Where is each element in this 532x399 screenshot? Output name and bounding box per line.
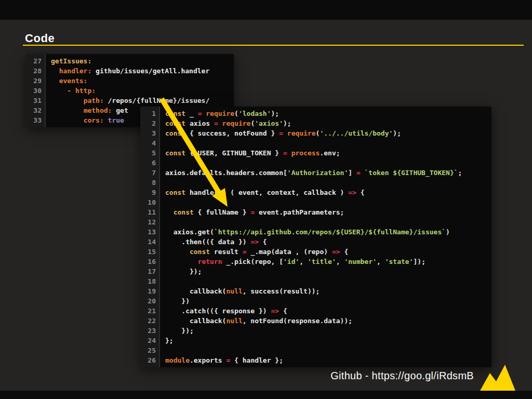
line-number: 24 xyxy=(140,336,160,345)
code-line: 7axios.defaults.headers.common['Authoriz… xyxy=(140,168,491,178)
code-text: }; xyxy=(160,336,174,345)
code-text: path: /repos/{fullName}/issues/ xyxy=(46,96,209,105)
code-text: events: xyxy=(46,76,87,86)
code-text: const { fullName } = event.pathParameter… xyxy=(160,207,344,217)
code-text: const { success, notFound } = require('.… xyxy=(160,128,401,138)
line-number: 29 xyxy=(26,76,46,86)
title-divider xyxy=(23,45,524,46)
line-number: 17 xyxy=(140,267,160,276)
code-text: }); xyxy=(160,326,194,336)
line-number: 9 xyxy=(140,188,160,197)
line-number: 14 xyxy=(140,237,160,247)
code-text: getIssues: xyxy=(46,56,91,66)
code-line: 25 xyxy=(140,345,491,355)
code-line: 26module.exports = { handler }; xyxy=(140,355,491,365)
logo-icon xyxy=(479,364,516,392)
line-number: 3 xyxy=(140,128,160,138)
code-text: const handler = ( event, context, callba… xyxy=(160,188,365,197)
code-text xyxy=(160,178,165,188)
code-line: 4 xyxy=(140,138,491,148)
code-text: callback(null, success(result)); xyxy=(160,286,320,296)
line-number: 23 xyxy=(140,326,160,336)
code-text xyxy=(160,138,165,148)
line-number: 11 xyxy=(140,207,160,217)
line-number: 21 xyxy=(140,306,160,316)
js-code-block: 1const _ = require('lodash');2const axio… xyxy=(140,107,491,367)
code-text: }); xyxy=(160,267,202,276)
code-line: 17 }); xyxy=(140,267,491,276)
code-line: 13 axios.get(`https://api.github.com/rep… xyxy=(140,227,491,237)
code-text: callback(null, notFound(response.data)); xyxy=(160,316,352,326)
code-text: const axios = require('axios'); xyxy=(160,118,291,128)
code-line: 3const { success, notFound } = require('… xyxy=(140,128,491,138)
line-number: 4 xyxy=(140,138,160,148)
code-line: 22 callback(null, notFound(response.data… xyxy=(140,316,491,326)
line-number: 7 xyxy=(140,168,160,178)
line-number: 32 xyxy=(26,105,46,115)
line-number: 15 xyxy=(140,247,160,257)
code-text xyxy=(160,345,165,355)
line-number: 5 xyxy=(140,148,160,158)
line-number: 25 xyxy=(140,345,160,355)
code-line: 31 path: /repos/{fullName}/issues/ xyxy=(26,96,234,105)
line-number: 16 xyxy=(140,257,160,267)
code-text xyxy=(160,197,165,207)
code-text: .then(({ data }) => { xyxy=(160,237,267,247)
code-text xyxy=(160,158,165,168)
line-number: 19 xyxy=(140,286,160,296)
line-number: 2 xyxy=(140,118,160,128)
line-number: 26 xyxy=(140,355,160,365)
code-text: module.exports = { handler }; xyxy=(160,355,283,365)
line-number: 28 xyxy=(26,66,46,76)
code-text: const { USER, GITHUB_TOKEN } = process.e… xyxy=(160,148,340,158)
line-number: 6 xyxy=(140,158,160,168)
code-line: 8 xyxy=(140,178,491,188)
code-text: axios.get(`https://api.github.com/repos/… xyxy=(160,227,450,237)
line-number: 1 xyxy=(140,109,160,118)
code-line: 9const handler = ( event, context, callb… xyxy=(140,188,491,197)
code-text xyxy=(160,276,165,286)
code-text xyxy=(160,217,165,227)
code-line: 24}; xyxy=(140,336,491,345)
slide-title: Code xyxy=(25,32,55,45)
code-line: 11 const { fullName } = event.pathParame… xyxy=(140,207,491,217)
code-line: 23 }); xyxy=(140,326,491,336)
code-text: cors: true xyxy=(46,115,124,125)
code-line: 28 handler: github/issues/getAll.handler xyxy=(26,66,234,76)
code-text: .catch(({ response }) => { xyxy=(160,306,287,316)
line-number: 31 xyxy=(26,96,46,105)
code-text: handler: github/issues/getAll.handler xyxy=(46,66,209,76)
code-text: - http: xyxy=(46,86,96,96)
code-line: 16 return _.pick(repo, ['id', 'title', '… xyxy=(140,257,491,267)
line-number: 10 xyxy=(140,197,160,207)
code-line: 21 .catch(({ response }) => { xyxy=(140,306,491,316)
code-line: 14 .then(({ data }) => { xyxy=(140,237,491,247)
code-line: 12 xyxy=(140,217,491,227)
github-link-text: Github - https://goo.gl/iRdsmB xyxy=(330,370,474,382)
code-line: 10 xyxy=(140,197,491,207)
code-line: 2const axios = require('axios'); xyxy=(140,118,491,128)
code-text: const _ = require('lodash'); xyxy=(160,109,279,118)
code-line: 18 xyxy=(140,276,491,286)
code-text: const result = _.map(data , (repo) => { xyxy=(160,247,348,257)
code-line: 1const _ = require('lodash'); xyxy=(140,109,491,118)
logo-shape xyxy=(480,365,515,391)
code-line: 30 - http: xyxy=(26,86,234,96)
code-line: 27getIssues: xyxy=(26,56,234,66)
code-text: return _.pick(repo, ['id', 'title', 'num… xyxy=(160,257,425,267)
line-number: 12 xyxy=(140,217,160,227)
line-number: 18 xyxy=(140,276,160,286)
code-line: 29 events: xyxy=(26,76,234,86)
code-line: 19 callback(null, success(result)); xyxy=(140,286,491,296)
line-number: 22 xyxy=(140,316,160,326)
code-line: 5const { USER, GITHUB_TOKEN } = process.… xyxy=(140,148,491,158)
line-number: 8 xyxy=(140,178,160,188)
line-number: 27 xyxy=(26,56,46,66)
line-number: 33 xyxy=(26,115,46,125)
code-text: }) xyxy=(160,296,190,306)
line-number: 13 xyxy=(140,227,160,237)
line-number: 30 xyxy=(26,86,46,96)
code-line: 20 }) xyxy=(140,296,491,306)
code-line: 6 xyxy=(140,158,491,168)
code-text: method: get xyxy=(46,105,128,115)
